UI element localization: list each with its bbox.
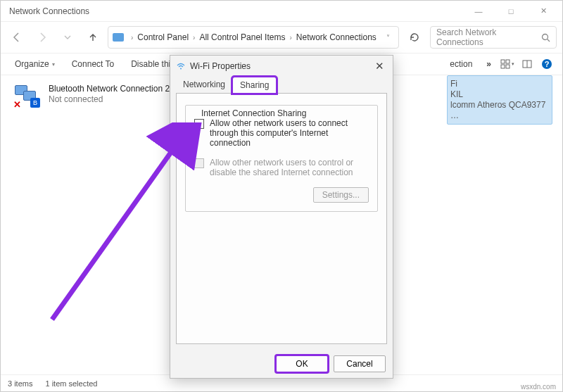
refresh-icon — [409, 32, 420, 43]
allow-control-checkbox — [194, 158, 204, 168]
svg-rect-3 — [506, 60, 510, 63]
help-icon: ? — [541, 58, 552, 70]
ok-button[interactable]: OK — [276, 355, 328, 372]
breadcrumb-sep: › — [190, 34, 198, 42]
connect-to-label: Connect To — [72, 59, 115, 69]
wifi-icon — [176, 61, 186, 71]
window-title: Network Connections — [9, 6, 462, 16]
allow-connect-checkbox[interactable] — [194, 119, 204, 129]
cancel-button[interactable]: Cancel — [334, 355, 386, 372]
pc-icon — [113, 33, 124, 42]
wifi-properties-dialog: Wi-Fi Properties ✕ Networking Sharing In… — [170, 55, 393, 379]
breadcrumb-sep: › — [286, 34, 294, 42]
settings-button: Settings... — [313, 187, 369, 203]
wifi-line2: KIL — [450, 89, 549, 100]
connection-status: Not connected — [49, 94, 170, 105]
window-controls: — □ ✕ — [462, 1, 559, 22]
svg-rect-4 — [501, 65, 505, 68]
wifi-line3: lcomm Atheros QCA9377 … — [450, 100, 549, 121]
recent-dropdown[interactable] — [57, 27, 78, 48]
titlebar: Network Connections — □ ✕ — [1, 1, 562, 22]
allow-connect-label: Allow other network users to connect thr… — [210, 118, 369, 148]
search-box[interactable]: Search Network Connections — [430, 26, 557, 49]
organize-label: Organize — [15, 59, 49, 69]
breadcrumb-dropdown[interactable]: ˅ — [382, 34, 394, 42]
view-details-button[interactable] — [519, 56, 536, 72]
organize-menu[interactable]: Organize▾ — [8, 56, 62, 72]
dialog-title: Wi-Fi Properties — [190, 61, 251, 71]
dialog-body: Internet Connection Sharing Allow other … — [176, 93, 387, 344]
tab-sharing[interactable]: Sharing — [232, 77, 277, 94]
svg-point-10 — [180, 68, 182, 70]
item-count: 3 items — [8, 379, 32, 388]
dialog-tabs: Networking Sharing — [170, 77, 393, 94]
svg-rect-2 — [501, 60, 505, 63]
breadcrumb-item[interactable]: All Control Panel Items — [199, 32, 285, 42]
breadcrumb-sep: › — [128, 34, 136, 42]
svg-text:?: ? — [545, 60, 550, 68]
view-icons-button[interactable]: ▾ — [499, 56, 516, 72]
arrow-right-icon — [37, 32, 48, 43]
dialog-close-button[interactable]: ✕ — [372, 60, 387, 72]
close-button[interactable]: ✕ — [527, 1, 559, 22]
overflow-menu[interactable]: » — [482, 59, 496, 69]
minimize-button[interactable]: — — [462, 1, 495, 22]
arrow-left-icon — [11, 32, 23, 43]
connection-text: Bluetooth Network Connection 2 Not conne… — [49, 84, 170, 366]
sharing-group: Internet Connection Sharing Allow other … — [185, 105, 378, 212]
breadcrumb-item[interactable]: Network Connections — [296, 32, 377, 42]
bluetooth-badge-icon: B — [30, 98, 40, 108]
allow-control-label: Allow other network users to control or … — [210, 158, 369, 177]
svg-point-0 — [543, 34, 548, 39]
allow-control-row: Allow other network users to control or … — [194, 158, 369, 177]
wifi-line1: Fi — [450, 79, 549, 89]
connect-to-button[interactable]: Connect To — [65, 56, 122, 72]
truncated-label: ection — [450, 59, 472, 69]
chevron-down-icon — [64, 34, 71, 41]
tab-networking[interactable]: Networking — [176, 77, 232, 94]
back-button[interactable] — [6, 27, 27, 48]
toolbar-truncated: ection — [450, 56, 479, 72]
group-label: Internet Connection Sharing — [198, 108, 309, 118]
search-placeholder: Search Network Connections — [436, 27, 537, 47]
connection-name: Bluetooth Network Connection 2 — [49, 84, 170, 94]
search-icon — [541, 33, 550, 42]
svg-rect-5 — [506, 65, 510, 68]
dialog-titlebar: Wi-Fi Properties ✕ — [170, 56, 393, 77]
up-button[interactable] — [82, 27, 103, 48]
svg-line-1 — [548, 39, 550, 42]
allow-connect-row[interactable]: Allow other network users to connect thr… — [194, 118, 369, 148]
nav-bar: › Control Panel › All Control Panel Item… — [1, 22, 562, 53]
refresh-button[interactable] — [403, 26, 426, 49]
bluetooth-connection-icon: ✕ B — [13, 84, 42, 109]
grid-icon — [500, 59, 510, 69]
connection-wifi-partial[interactable]: Fi KIL lcomm Atheros QCA9377 … — [447, 75, 552, 125]
breadcrumb[interactable]: › Control Panel › All Control Panel Item… — [108, 26, 399, 49]
error-x-icon: ✕ — [13, 99, 23, 109]
breadcrumb-item[interactable]: Control Panel — [137, 32, 189, 42]
dialog-buttons: OK Cancel — [170, 350, 393, 378]
help-button[interactable]: ? — [538, 56, 555, 72]
selection-count: 1 item selected — [45, 379, 97, 388]
maximize-button[interactable]: □ — [495, 1, 527, 22]
panel-icon — [522, 59, 532, 69]
forward-button[interactable] — [32, 27, 53, 48]
watermark: wsxdn.com — [521, 383, 556, 391]
arrow-up-icon — [87, 32, 99, 43]
